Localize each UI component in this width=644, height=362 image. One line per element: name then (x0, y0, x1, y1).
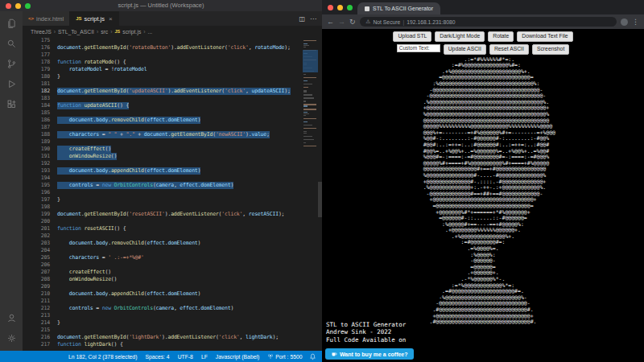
code-line[interactable]: 211 (23, 298, 322, 305)
code-line[interactable]: 184function updateASCII() { (23, 102, 322, 109)
minimize-window-button[interactable] (15, 3, 21, 9)
code-line[interactable]: 192 (23, 160, 322, 167)
code-line[interactable]: 183 (23, 95, 322, 102)
code-line[interactable]: 206 (23, 261, 322, 269)
custom-text-input[interactable] (397, 44, 440, 52)
code-line[interactable]: 196 (23, 189, 322, 196)
minimize-window-button[interactable] (337, 5, 343, 10)
profile-avatar[interactable] (621, 19, 628, 26)
source-control-icon[interactable] (0, 54, 23, 74)
code-line[interactable]: 185 (23, 109, 322, 117)
breadcrumb[interactable]: ThreeJS›STL_To_ASCII›src›JSscript.js›... (23, 26, 322, 37)
code-line[interactable]: 214} (23, 319, 322, 327)
code-line[interactable]: 190 createEffect() (23, 146, 322, 153)
cursor-position[interactable]: Ln 182, Col 2 (378 selected) (68, 354, 137, 360)
breadcrumb-item[interactable]: ... (148, 29, 153, 35)
code-line[interactable]: 177 (23, 51, 322, 59)
code-line[interactable]: 195 controls = new OrbitControls(camera,… (23, 182, 322, 189)
code-line[interactable]: 181 (23, 80, 322, 88)
code-line[interactable]: 175 (23, 37, 322, 44)
close-window-button[interactable] (6, 3, 11, 9)
code-line[interactable]: 207 createEffect() (23, 269, 322, 276)
code-line[interactable]: 205 characters = ' .:-=+*%@#' (23, 254, 322, 261)
encoding-status[interactable]: UTF-8 (178, 354, 193, 360)
editor-tab-script-js[interactable]: JSscript.js× (70, 11, 118, 26)
split-editor-icon[interactable]: ◫ (299, 15, 305, 23)
language-mode[interactable]: Javascript (Babel) (216, 354, 259, 360)
update-ascii-button[interactable]: Update ASCII (444, 44, 486, 55)
indentation-status[interactable]: Spaces: 4 (145, 354, 169, 360)
code-line[interactable]: 210 document.body.appendChild(effect.dom… (23, 290, 322, 298)
code-line[interactable]: 203 document.body.removeChild(effect.dom… (23, 240, 322, 247)
code-line[interactable]: 197} (23, 196, 322, 204)
code-text: function resetASCII() { (57, 225, 126, 232)
code-line[interactable]: 179 rotateModel = !rotateModel (23, 66, 322, 73)
reset-ascii-button[interactable]: Reset ASCII (489, 44, 529, 55)
explorer-icon[interactable] (0, 14, 23, 34)
breadcrumb-item[interactable]: script.js (122, 29, 141, 35)
close-window-button[interactable] (328, 5, 333, 10)
code-line[interactable]: 176document.getElementById('rotateButton… (23, 44, 322, 51)
close-tab-icon[interactable]: × (109, 15, 113, 23)
code-line[interactable]: 178function rotateMode() { (23, 59, 322, 66)
back-icon[interactable]: ← (327, 19, 334, 26)
extensions-icon[interactable] (0, 94, 23, 114)
code-line[interactable]: 189 (23, 138, 322, 146)
breadcrumb-item[interactable]: STL_To_ASCII (58, 29, 94, 35)
breadcrumb-item[interactable]: ThreeJS (31, 29, 52, 35)
code-line[interactable]: 208 onWindowResize() (23, 276, 322, 283)
zoom-window-button[interactable] (25, 3, 31, 9)
code-line[interactable]: 204 (23, 247, 322, 254)
vscode-titlebar[interactable]: script.js — Untitled (Workspace) (0, 0, 322, 11)
rotate-button[interactable]: Rotate (488, 31, 514, 42)
zoom-window-button[interactable] (347, 5, 353, 10)
code-line[interactable]: 209 (23, 283, 322, 290)
code-line[interactable]: 216document.getElementById('lightDark').… (23, 334, 322, 341)
code-line[interactable]: 198 (23, 204, 322, 211)
code-line[interactable]: 215 (23, 327, 322, 334)
live-server-port[interactable]: Port : 5500 (267, 353, 302, 360)
notifications-bell-icon[interactable] (309, 353, 316, 360)
minimap[interactable] (303, 39, 317, 147)
code-line[interactable]: 191 onWindowResize() (23, 153, 322, 160)
code-line[interactable]: 199document.getElementById('resetASCII')… (23, 211, 322, 218)
code-line[interactable]: 180} (23, 73, 322, 80)
search-icon[interactable] (0, 34, 23, 54)
code-editor[interactable]: 175176document.getElementById('rotateBut… (23, 37, 322, 351)
code-line[interactable]: 212 controls = new OrbitControls(camera,… (23, 305, 322, 312)
code-line[interactable]: 182document.getElementById('updateASCII'… (23, 88, 322, 95)
settings-gear-icon[interactable] (0, 328, 23, 348)
run-debug-icon[interactable] (0, 74, 23, 94)
more-actions-icon[interactable]: ⋯ (310, 15, 316, 23)
web-page: Upload STLDark/Light ModeRotateDownload … (322, 29, 644, 362)
account-icon[interactable] (0, 308, 23, 328)
screenshot-button[interactable]: Screenshot (532, 44, 569, 55)
code-line[interactable]: 201function resetASCII() { (23, 225, 322, 232)
dark-light-mode-button[interactable]: Dark/Light Mode (435, 31, 485, 42)
code-line[interactable]: 194 (23, 175, 322, 182)
address-bar[interactable]: ⚠ Not Secure | 192.168.1.231:8080 (360, 17, 617, 27)
minimap-line (303, 77, 316, 78)
code-text: document.body.appendChild(effect.domElem… (57, 167, 200, 175)
window-title: script.js — Untitled (Workspace) (0, 0, 322, 11)
code-line[interactable]: 217function lightDark() { (23, 341, 322, 348)
code-line[interactable]: 187 (23, 124, 322, 131)
forward-icon[interactable]: → (338, 19, 345, 26)
code-line[interactable]: 202 (23, 232, 322, 240)
ascii-render-area[interactable]: .:=*#%%%%%%#*=:. :=#%@@@@@@@@@@@@@@%#=: … (322, 57, 644, 327)
upload-stl-button[interactable]: Upload STL (393, 31, 431, 42)
breadcrumb-item[interactable]: src (101, 29, 108, 35)
code-line[interactable]: 200 (23, 218, 322, 225)
download-text-file-button[interactable]: Download Text File (517, 31, 572, 42)
reload-icon[interactable]: ↻ (349, 19, 356, 26)
editor-tab-index-html[interactable]: <>index.html (23, 11, 70, 26)
code-line[interactable]: 186 document.body.removeChild(effect.dom… (23, 117, 322, 124)
browser-menu-icon[interactable]: ⋮ (632, 19, 639, 26)
code-line[interactable]: 188 characters = " " + "." + document.ge… (23, 131, 322, 138)
code-line[interactable]: 213 (23, 312, 322, 319)
eol-status[interactable]: LF (201, 354, 208, 360)
code-line[interactable]: 193 document.body.appendChild(effect.dom… (23, 167, 322, 175)
minimap-line (303, 118, 316, 119)
browser-tab[interactable]: STL To ASCII Generator (357, 2, 440, 14)
buy-coffee-button[interactable]: Want to buy me a coffee? (325, 348, 414, 360)
